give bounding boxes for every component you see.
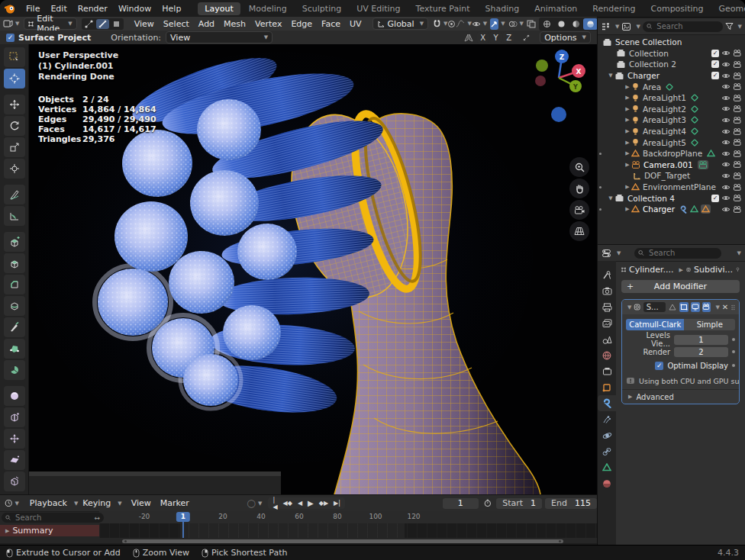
tab-physics[interactable] [598, 427, 616, 443]
collapse-icon[interactable]: ▼ [607, 195, 614, 201]
workspace-tab-rendering[interactable]: Rendering [585, 2, 642, 15]
tool-transform[interactable] [4, 159, 25, 179]
tool-loop-cut[interactable] [4, 296, 25, 316]
menu-view[interactable]: View [127, 498, 156, 508]
outliner-row-backdropplane[interactable]: ▶ BackdropPlane [598, 148, 745, 159]
mirror-x-button[interactable]: X [477, 32, 489, 43]
tool-edge-slide[interactable] [4, 407, 25, 427]
mirror-z-button[interactable]: Z [503, 32, 514, 43]
outliner-row-charger-object[interactable]: ▶ Charger [598, 204, 745, 215]
collapse-icon[interactable]: ▼ [607, 72, 614, 79]
tool-shear[interactable] [4, 450, 25, 470]
tool-cursor[interactable] [4, 69, 25, 89]
breadcrumb-modifier[interactable]: Subdivi... [694, 265, 733, 275]
tab-particles[interactable] [598, 411, 616, 427]
modifier-name-field[interactable]: S... [643, 302, 666, 312]
shading-material-button[interactable] [569, 18, 583, 30]
show-on-cage-toggle[interactable] [668, 302, 677, 312]
breadcrumb-object[interactable]: Cylinder.... [629, 265, 674, 275]
tab-material[interactable] [598, 475, 616, 491]
workspace-tab-geometry-nodes[interactable]: Geometry Nod [711, 2, 745, 15]
hide-eye-icon[interactable] [721, 72, 730, 79]
disable-render-camera-icon[interactable] [733, 150, 742, 157]
camera-view-button[interactable] [569, 200, 589, 220]
tool-shrink-fatten[interactable] [4, 429, 25, 449]
shading-rendered-button[interactable] [583, 18, 598, 30]
tool-annotate[interactable] [4, 185, 25, 204]
tab-modifiers[interactable] [598, 395, 616, 411]
snap-magnet-button[interactable] [433, 18, 441, 30]
advanced-section[interactable]: ▶ Advanced [622, 389, 739, 404]
perspective-toggle-button[interactable] [569, 221, 589, 241]
show-gizmo-dropdown[interactable] [472, 18, 481, 30]
tool-bevel[interactable] [4, 275, 25, 294]
display-mode-icon[interactable] [621, 22, 631, 31]
prev-keyframe-button[interactable]: ◀◆ [281, 500, 295, 507]
show-in-editmode-toggle[interactable] [679, 302, 689, 312]
falloff-button[interactable] [456, 18, 465, 30]
hide-eye-icon[interactable] [721, 83, 730, 90]
outliner-row-scene-collection[interactable]: Scene Collection [598, 37, 745, 48]
play-button[interactable]: ▶ [305, 499, 316, 507]
menu-help[interactable]: Help [156, 4, 186, 14]
hide-eye-icon[interactable] [721, 161, 730, 168]
mode-dropdown[interactable]: Edit Mode ▼ [24, 18, 76, 30]
xray-toggle[interactable] [527, 18, 536, 30]
tool-scale[interactable] [4, 137, 25, 157]
chevron-down-icon[interactable]: ▼ [737, 250, 741, 256]
surface-project-checkbox[interactable]: ✓ [6, 34, 15, 42]
editor-type-button[interactable] [3, 18, 13, 30]
menu-uv[interactable]: UV [345, 19, 366, 29]
outliner-row-arealight3[interactable]: ▶ AreaLight3 [598, 114, 745, 126]
3d-viewport[interactable]: User Perspective (1) Cylinder.001 Render… [29, 44, 597, 494]
show-in-render-toggle[interactable] [702, 302, 711, 312]
tab-world[interactable] [598, 347, 616, 363]
expand-icon[interactable]: ▶ [624, 95, 631, 101]
vertex-select-button[interactable] [82, 19, 95, 29]
playhead-line[interactable] [182, 522, 184, 538]
properties-search[interactable] [634, 248, 721, 259]
stopwatch-icon[interactable] [484, 498, 492, 508]
expand-icon[interactable]: ▶ [624, 84, 631, 90]
snap-options-icon[interactable] [519, 32, 534, 43]
outliner-row-collection-4[interactable]: ▼ Collection 4 ✓ [598, 192, 745, 204]
tab-output[interactable] [598, 299, 616, 315]
simple-button[interactable]: Simple [684, 319, 735, 330]
add-modifier-button[interactable]: + Add Modifier [621, 280, 740, 293]
animate-dot-icon[interactable] [732, 350, 735, 353]
menu-edge[interactable]: Edge [286, 19, 317, 29]
exclude-checkbox[interactable]: ✓ [711, 195, 719, 202]
animate-dot-icon[interactable] [732, 338, 735, 341]
disable-render-camera-icon[interactable] [733, 83, 742, 90]
workspace-tab-shading[interactable]: Shading [479, 2, 527, 15]
levels-render-field[interactable]: 2 [674, 347, 728, 357]
pan-hand-button[interactable] [569, 179, 589, 198]
outliner-row-collection-2[interactable]: Collection 2 ✓ [598, 59, 745, 70]
animate-dot-icon[interactable] [732, 364, 735, 367]
tool-knife[interactable] [4, 317, 25, 337]
optimal-display-checkbox[interactable]: ✓ [655, 362, 663, 370]
tool-extrude-region[interactable] [4, 232, 25, 252]
outliner-search[interactable] [643, 21, 723, 32]
disable-render-camera-icon[interactable] [733, 172, 742, 179]
tool-rip-region[interactable] [4, 471, 25, 491]
menu-select[interactable]: Select [159, 19, 194, 29]
tab-object[interactable] [598, 379, 616, 395]
modifier-extras-icon[interactable]: ▼ [715, 304, 719, 311]
collapse-icon[interactable]: ▼ [627, 304, 631, 311]
exclude-checkbox[interactable]: ✓ [711, 72, 719, 79]
timeline-ruler[interactable]: -20 20 40 60 80 100 120 1 [99, 511, 597, 523]
disable-render-camera-icon[interactable] [733, 61, 742, 68]
play-reverse-button[interactable]: ◀ [295, 500, 305, 507]
hide-eye-icon[interactable] [721, 95, 730, 101]
outliner-row-collection[interactable]: Collection ✓ [598, 48, 745, 60]
tool-smooth[interactable] [4, 386, 25, 406]
expand-icon[interactable]: ▶ [624, 184, 631, 190]
hide-eye-icon[interactable] [721, 61, 730, 68]
tool-inset-faces[interactable] [4, 253, 25, 273]
expand-icon[interactable]: ▶ [624, 150, 631, 156]
expand-icon[interactable]: ▶ [624, 117, 631, 123]
zoom-button[interactable] [569, 157, 589, 177]
next-keyframe-button[interactable]: ◆▶ [317, 500, 331, 507]
expand-icon[interactable]: ▶ [624, 162, 631, 168]
